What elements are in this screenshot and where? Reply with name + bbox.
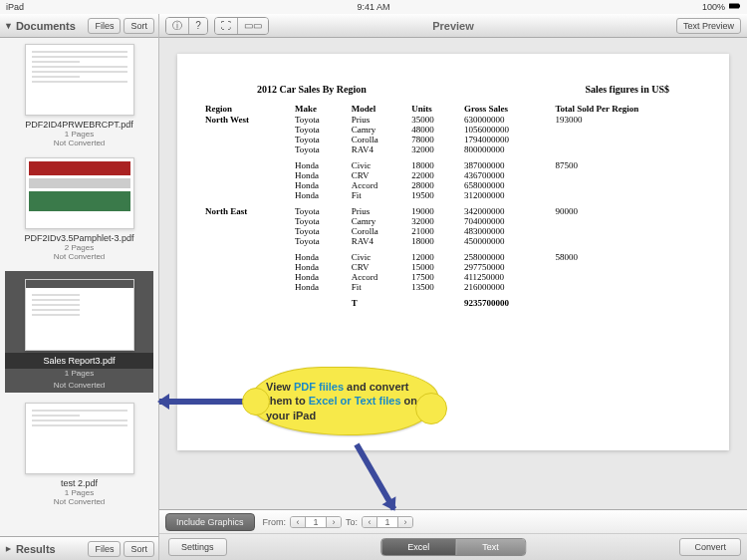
include-graphics-toggle[interactable]: Include Graphics (165, 513, 255, 531)
data-table: RegionMakeModelUnitsGross SalesTotal Sol… (201, 103, 709, 308)
status-label: Not Converted (0, 497, 158, 506)
status-bar: iPad 9:41 AM 100% (0, 0, 747, 14)
table-row: HondaCRV15000297750000 (201, 262, 709, 272)
minus-icon[interactable]: ‹ (363, 517, 376, 527)
files-button[interactable]: Files (88, 541, 121, 557)
sidebar: ▼ Documents Files Sort PDF2ID4PRWEBRCPT.… (0, 14, 159, 560)
chevron-right-icon: ▼ (3, 544, 13, 553)
help-button[interactable]: ? (189, 18, 207, 34)
text-option[interactable]: Text (456, 539, 525, 555)
minus-icon[interactable]: ‹ (291, 517, 305, 527)
table-row: HondaCivic1800038700000087500 (201, 160, 709, 170)
chevron-down-icon: ▼ (4, 21, 13, 31)
help-icon: ? (195, 20, 201, 31)
table-row: North EastToyotaPrius1900034200000090000 (201, 206, 709, 216)
doc-title: 2012 Car Sales By Region (257, 84, 367, 95)
bottom-toolbar: Include Graphics From: ‹ 1 › To: ‹ 1 › S… (159, 509, 747, 560)
file-name: Sales Report3.pdf (5, 353, 153, 369)
status-label: Not Converted (5, 381, 153, 393)
page-count: 1 Pages (5, 369, 153, 381)
table-row: HondaCRV22000436700000 (201, 170, 709, 180)
view-segment: ⛶ ▭▭ (214, 17, 269, 35)
preview-title: Preview (432, 20, 474, 32)
carrier-label: iPad (6, 2, 24, 12)
total-label: T (348, 298, 407, 308)
plus-icon[interactable]: › (398, 517, 412, 527)
table-row: ToyotaCorolla780001794000000 (201, 135, 709, 144)
table-row: HondaCivic1200025800000058000 (201, 252, 709, 262)
excel-option[interactable]: Excel (381, 539, 456, 555)
text-preview-button[interactable]: Text Preview (676, 18, 741, 34)
info-icon: ⓘ (172, 19, 182, 33)
info-button[interactable]: ⓘ (166, 18, 189, 34)
table-row: HondaFit19500312000000 (201, 190, 709, 200)
column-header: Total Sold Per Region (551, 103, 709, 115)
list-item-selected[interactable]: Sales Report3.pdf 1 Pages Not Converted (0, 271, 158, 393)
column-header: Make (291, 103, 348, 115)
page-count: 2 Pages (0, 243, 158, 252)
svg-rect-0 (729, 4, 739, 9)
from-label: From: (263, 517, 287, 527)
page-count: 1 Pages (0, 130, 158, 139)
fit-page-button[interactable]: ⛶ (215, 18, 238, 34)
battery-icon (729, 0, 741, 14)
files-button[interactable]: Files (88, 18, 121, 34)
table-row: ToyotaCorolla21000483000000 (201, 226, 709, 236)
settings-button[interactable]: Settings (168, 538, 227, 556)
column-header: Units (407, 103, 460, 115)
table-row: HondaFit13500216000000 (201, 282, 709, 292)
callout-cloud: View PDF fiiles and convert them to Exce… (249, 367, 438, 435)
sort-button[interactable]: Sort (124, 541, 154, 557)
info-segment: ⓘ ? (165, 17, 208, 35)
svg-rect-1 (739, 5, 740, 8)
file-name: test 2.pdf (0, 478, 158, 488)
from-stepper[interactable]: ‹ 1 › (290, 516, 342, 528)
doc-subtitle: Sales figures in US$ (585, 84, 669, 95)
table-row: ToyotaRAV418000450000000 (201, 236, 709, 246)
format-segment: Excel Text (380, 538, 526, 556)
sort-button[interactable]: Sort (124, 18, 154, 34)
top-toolbar: ⓘ ? ⛶ ▭▭ Preview Text Preview (159, 14, 747, 38)
preview-area[interactable]: 2012 Car Sales By Region Sales figures i… (159, 38, 747, 509)
from-value: 1 (305, 517, 327, 527)
sidebar-header: ▼ Documents Files Sort (0, 14, 158, 38)
document-list: PDF2ID4PRWEBRCPT.pdf 1 Pages Not Convert… (0, 38, 158, 536)
page-count: 1 Pages (0, 488, 158, 497)
table-row: North WestToyotaPrius3500063000000019300… (201, 115, 709, 125)
to-label: To: (346, 517, 358, 527)
file-name: PDF2IDv3.5Pamphlet-3.pdf (0, 233, 158, 243)
to-stepper[interactable]: ‹ 1 › (362, 516, 413, 528)
status-label: Not Converted (0, 139, 158, 147)
book-icon: ▭▭ (244, 20, 262, 31)
status-label: Not Converted (0, 252, 158, 261)
file-name: PDF2ID4PRWEBRCPT.pdf (0, 120, 158, 130)
list-item[interactable]: test 2.pdf 1 Pages Not Converted (0, 403, 158, 506)
annotation-callout: View PDF fiiles and convert them to Exce… (249, 367, 438, 435)
table-row: ToyotaCamry480001056000000 (201, 125, 709, 135)
clock-label: 9:41 AM (357, 2, 389, 12)
plus-icon[interactable]: › (327, 517, 341, 527)
table-row: ToyotaCamry32000704000000 (201, 216, 709, 226)
grand-total: 9235700000 (460, 298, 552, 308)
column-header: Region (201, 103, 291, 115)
sidebar-footer: ▼ Results Files Sort (0, 536, 158, 560)
fit-icon: ⛶ (221, 20, 231, 31)
column-header: Gross Sales (460, 103, 552, 115)
table-row: ToyotaRAV432000800000000 (201, 144, 709, 154)
convert-button[interactable]: Convert (679, 538, 741, 556)
annotation-arrow (159, 399, 245, 405)
facing-pages-button[interactable]: ▭▭ (238, 18, 268, 34)
column-header: Model (348, 103, 407, 115)
list-item[interactable]: PDF2IDv3.5Pamphlet-3.pdf 2 Pages Not Con… (0, 157, 158, 261)
documents-toggle[interactable]: ▼ Documents (4, 20, 85, 32)
table-row: HondaAccord17500411250000 (201, 272, 709, 282)
results-toggle[interactable]: ▼ Results (4, 543, 85, 555)
table-row: HondaAccord28000658000000 (201, 180, 709, 190)
battery-label: 100% (702, 2, 725, 12)
list-item[interactable]: PDF2ID4PRWEBRCPT.pdf 1 Pages Not Convert… (0, 44, 158, 147)
content-area: ⓘ ? ⛶ ▭▭ Preview Text Preview 2012 Car S… (159, 14, 747, 560)
